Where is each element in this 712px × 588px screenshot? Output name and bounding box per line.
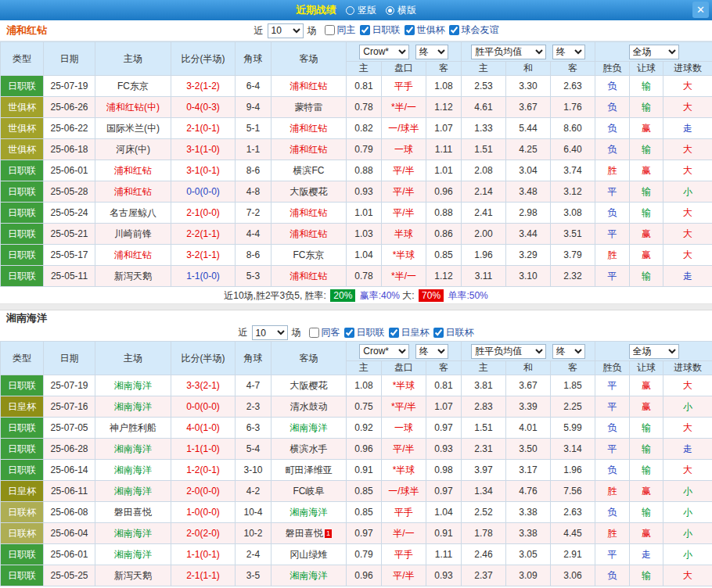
home-team-cell: 河床(中) [95, 139, 171, 160]
corners-cell: 4-7 [236, 375, 271, 396]
goals-result-cell: 小 [663, 523, 712, 544]
filter-checkbox[interactable]: 球会友谊 [449, 23, 499, 37]
match-count-select[interactable]: 10 [252, 325, 288, 340]
layout-radio-horizontal[interactable]: 横版 [386, 4, 416, 17]
checkbox-input[interactable] [405, 25, 415, 35]
home-team-cell: 国际米兰(中) [95, 118, 171, 139]
home-team-cell: 新泻天鹅 [95, 565, 171, 586]
handicap-result-cell: 赢 [630, 481, 663, 502]
asian-away-odds-cell: 0.97 [426, 418, 462, 439]
asian-away-odds-cell: 1.07 [426, 118, 462, 139]
asian-handicap-cell: 一球 [382, 418, 426, 439]
near-label: 近 [254, 24, 264, 38]
checkbox-input[interactable] [360, 25, 370, 35]
checkbox-input[interactable] [433, 328, 444, 338]
asian-odds-time-select[interactable]: 终 [415, 45, 448, 59]
asian-away-odds-cell: 1.11 [426, 139, 462, 160]
home-team-cell: 浦和红钻 [95, 181, 171, 203]
handicap-result-cell: 输 [630, 139, 663, 160]
checkbox-input[interactable] [325, 25, 335, 35]
home-team-cell: 湘南海洋 [95, 439, 171, 460]
asian-away-odds-cell: 0.86 [426, 224, 462, 245]
layout-radio-vertical[interactable]: 竖版 [346, 4, 376, 17]
away-team-cell: 湘南海洋 [271, 502, 347, 523]
summary-segment: 20% [330, 289, 355, 302]
handicap-result-cell: 走 [630, 544, 663, 565]
filter-controls: 近 10 场 同客日职联日皇杯日联杯 [0, 324, 712, 341]
league-cell: 日职联 [1, 418, 44, 439]
col-date: 日期 [44, 342, 95, 375]
goals-result-cell: 走 [663, 439, 712, 460]
filter-checkbox[interactable]: 同客 [309, 326, 340, 339]
europe-draw-odds-cell: 5.44 [506, 118, 551, 139]
filter-checkbox[interactable]: 日联杯 [433, 326, 474, 339]
match-date-cell: 25-06-04 [44, 523, 95, 544]
filter-checkbox[interactable]: 世俱杯 [405, 23, 445, 37]
summary-segment: 单率:50% [445, 290, 488, 301]
bookmaker-select[interactable]: Crow* [359, 344, 409, 359]
filter-checkbox[interactable]: 同主 [325, 23, 356, 37]
handicap-result-cell: 输 [630, 181, 663, 203]
goals-result-cell: 小 [663, 502, 712, 523]
radio-selected-icon [386, 6, 394, 15]
checkbox-input[interactable] [449, 25, 459, 35]
filter-checkbox[interactable]: 日职联 [360, 23, 401, 37]
home-team-cell: 湘南海洋 [95, 396, 171, 418]
score-cell: 3-2(1-2) [171, 76, 236, 97]
goals-result-cell: 走 [663, 118, 712, 139]
home-team-cell: 川崎前锋 [95, 224, 171, 245]
filter-checkbox[interactable]: 日皇杯 [389, 326, 430, 339]
europe-draw-odds-cell: 3.50 [506, 439, 551, 460]
col-goals: 进球数 [663, 62, 712, 76]
team-name: 浦和红钻 [6, 23, 47, 38]
europe-odds-type-select[interactable]: 胜平负均值 [471, 344, 546, 359]
col-corners: 角球 [236, 42, 271, 76]
home-team-cell: 新泻天鹅 [95, 266, 171, 287]
asian-odds-time-select[interactable]: 终 [415, 344, 448, 359]
checkbox-input[interactable] [389, 328, 399, 338]
result-cell: 平 [595, 224, 630, 245]
checkbox-input[interactable] [309, 328, 319, 338]
corners-cell: 10-4 [236, 502, 271, 523]
match-scope-select[interactable]: 全场 [629, 45, 679, 59]
summary-segment: 大: [402, 290, 417, 301]
recent-matches-table-away: 类型 日期 主场 比分(半场) 角球 客场 Crow* 终 胜平负均值 终 全场… [0, 341, 712, 586]
away-team-cell: 町田泽维亚 [271, 460, 347, 481]
col-score: 比分(半场) [171, 342, 236, 375]
europe-home-odds-cell: 2.83 [462, 396, 506, 418]
checkbox-label: 日联杯 [446, 326, 474, 339]
match-date-cell: 25-05-11 [44, 266, 95, 287]
europe-odds-time-select[interactable]: 终 [552, 344, 585, 359]
europe-draw-odds-cell: 4.25 [506, 139, 551, 160]
score-cell: 1-1(1-0) [171, 439, 236, 460]
col-goals: 进球数 [663, 361, 712, 375]
goals-result-cell: 大 [663, 203, 712, 224]
match-row: 日职联25-06-14湘南海洋1-2(0-1)3-10町田泽维亚0.91*半球0… [1, 460, 712, 481]
away-team-cell: FC岐阜 [271, 481, 347, 502]
europe-away-odds-cell: 8.60 [551, 118, 595, 139]
checkbox-input[interactable] [344, 328, 354, 338]
corners-cell: 8-6 [236, 245, 271, 266]
col-home: 主场 [95, 42, 171, 76]
summary-segment: 70% [419, 289, 444, 302]
europe-home-odds-cell: 2.52 [462, 502, 506, 523]
europe-draw-odds-cell: 4.01 [506, 418, 551, 439]
europe-away-odds-cell: 2.25 [551, 396, 595, 418]
bookmaker-select[interactable]: Crow* [359, 45, 409, 59]
section-header-home-team: 浦和红钻 近 10 场 同主日职联世俱杯球会友谊 [0, 20, 712, 41]
europe-home-odds-cell: 2.46 [462, 544, 506, 565]
score-cell: 2-0(2-0) [171, 523, 236, 544]
match-row: 日职联25-05-28浦和红钻0-0(0-0)4-8大阪樱花0.93平/半0.9… [1, 181, 712, 203]
europe-odds-type-select[interactable]: 胜平负均值 [471, 45, 546, 59]
match-count-select[interactable]: 10 [268, 23, 304, 38]
handicap-result-cell: 输 [630, 266, 663, 287]
col-europe-away: 客 [551, 62, 595, 76]
filter-checkbox[interactable]: 日职联 [344, 326, 385, 339]
close-icon[interactable]: ✕ [692, 2, 709, 18]
europe-odds-time-select[interactable]: 终 [552, 45, 585, 59]
goals-result-cell: 大 [663, 460, 712, 481]
result-cell: 胜 [595, 523, 630, 544]
europe-draw-odds-cell: 3.44 [506, 224, 551, 245]
match-scope-select[interactable]: 全场 [629, 344, 679, 359]
europe-home-odds-cell: 2.31 [462, 439, 506, 460]
